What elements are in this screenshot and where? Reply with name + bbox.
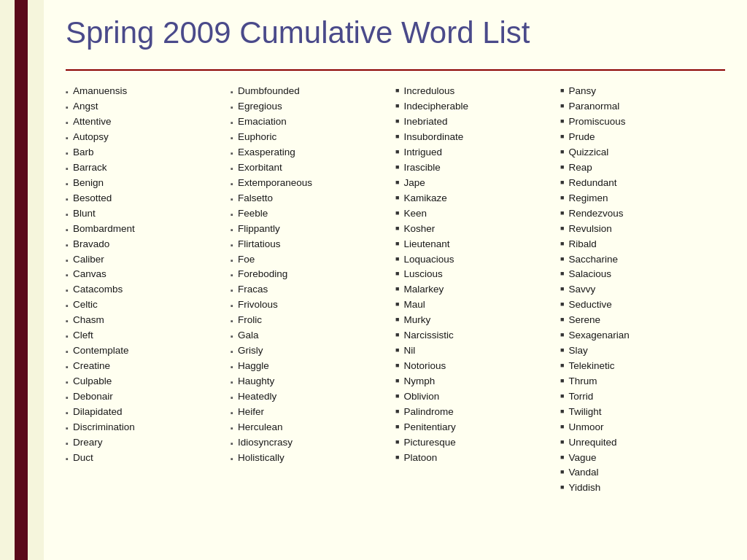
bullet-icon: ■ [560,438,564,448]
list-item: ■Prude [560,130,725,145]
bullet-icon: ▪ [66,254,69,267]
word-label: Jape [403,176,560,191]
list-item: ▪Exasperating [231,145,395,160]
word-label: Grisly [238,343,395,359]
list-item: ■Unrequited [560,435,725,451]
list-item: ■Palindrome [395,405,560,420]
list-item: ▪Debonair [66,389,231,405]
list-item: ▪Fracas [231,282,395,298]
word-label: Attentive [73,114,231,130]
bullet-icon: ▪ [231,407,233,419]
list-item: ■Telekinetic [560,359,725,374]
bullet-icon: ▪ [231,330,233,343]
word-label: Exorbitant [238,160,395,176]
list-item: ■Promiscuous [560,114,725,130]
bullet-icon: ▪ [66,315,69,327]
list-item: ▪Idiosyncrasy [231,435,395,451]
bullet-icon: ■ [560,392,564,402]
bullet-icon: ▪ [66,422,69,435]
word-label: Amanuensis [73,84,231,99]
bullet-icon: ▪ [231,86,233,98]
word-label: Canvas [73,267,231,282]
bullet-icon: ▪ [66,239,69,252]
list-item: ■Luscious [395,267,560,282]
bullet-icon: ▪ [66,178,69,190]
word-label: Quizzical [568,145,725,160]
word-label: Dumbfounded [238,84,395,99]
bullet-icon: ■ [560,407,564,417]
bullet-icon: ▪ [231,117,233,129]
list-item: ▪Feeble [231,206,395,222]
word-label: Benign [73,176,231,191]
list-item: ■Keen [395,206,560,222]
bullet-icon: ▪ [66,453,69,465]
list-item: ▪Autopsy [66,130,231,145]
bullet-icon: ■ [560,300,564,310]
bullet-icon: ■ [560,224,564,234]
bullet-icon: ■ [560,254,564,265]
word-label: Nil [403,343,560,359]
list-item: ▪Egregious [231,99,395,114]
list-item: ■Revulsion [560,222,725,237]
list-item: ▪Grisly [231,343,395,359]
bullet-icon: ■ [560,86,564,96]
list-item: ■Picturesque [395,435,560,451]
list-item: ■Kosher [395,222,560,237]
bullet-icon: ▪ [66,193,69,206]
word-label: Caliber [73,252,231,268]
word-label: Chasm [73,313,231,328]
list-item: ▪Extemporaneous [231,176,395,191]
bullet-icon: ▪ [231,392,233,404]
list-item: ■Nymph [395,374,560,389]
word-label: Yiddish [568,481,725,496]
bullet-icon: ■ [560,284,564,295]
word-label: Catacombs [73,282,231,298]
bullet-icon: ■ [395,346,399,356]
list-item: ▪Heifer [231,405,395,420]
word-label: Haggle [238,359,395,374]
word-label: Promiscuous [568,114,725,130]
bullet-icon: ■ [560,178,564,188]
word-label: Platoon [403,451,560,466]
bullet-icon: ■ [395,284,399,295]
bullet-icon: ▪ [66,86,69,98]
word-label: Irascible [403,160,560,176]
list-item: ■Incredulous [395,84,560,99]
word-label: Foreboding [238,267,395,282]
list-item: ▪Foreboding [231,267,395,282]
page-container: Spring 2009 Cumulative Word List ▪Amanue… [0,0,747,560]
bullet-icon: ■ [395,438,399,448]
word-label: Frolic [238,313,395,328]
list-item: ▪Attentive [66,114,231,130]
bullet-icon: ■ [560,483,564,493]
list-item: ▪Contemplate [66,343,231,359]
word-label: Torrid [568,389,725,405]
bullet-icon: ▪ [231,361,233,373]
bullet-icon: ▪ [66,269,69,281]
bullet-icon: ■ [560,376,564,386]
bullet-icon: ■ [560,132,564,142]
word-label: Inebriated [403,114,560,130]
word-label: Picturesque [403,435,560,451]
bullet-icon: ▪ [66,284,69,297]
list-item: ■Maul [395,298,560,313]
bullet-icon: ▪ [66,300,69,312]
list-item: ▪Besotted [66,191,231,206]
list-item: ▪Duct [66,451,231,466]
list-item: ■Redundant [560,176,725,191]
bullet-icon: ■ [560,147,564,158]
word-label: Discrimination [73,420,231,435]
bullet-icon: ▪ [66,407,69,419]
word-list-container: ▪Amanuensis▪Angst▪Attentive▪Autopsy▪Barb… [66,84,725,496]
bullet-icon: ▪ [66,438,69,450]
bullet-icon: ■ [395,147,399,158]
bullet-icon: ▪ [66,392,69,404]
word-label: Flippantly [238,222,395,237]
word-label: Unmoor [568,420,725,435]
word-label: Ribald [568,237,725,252]
word-label: Foe [238,252,395,268]
list-item: ■Torrid [560,389,725,405]
word-label: Egregious [238,99,395,114]
bullet-icon: ▪ [231,438,233,450]
list-item: ■Sexagenarian [560,328,725,343]
